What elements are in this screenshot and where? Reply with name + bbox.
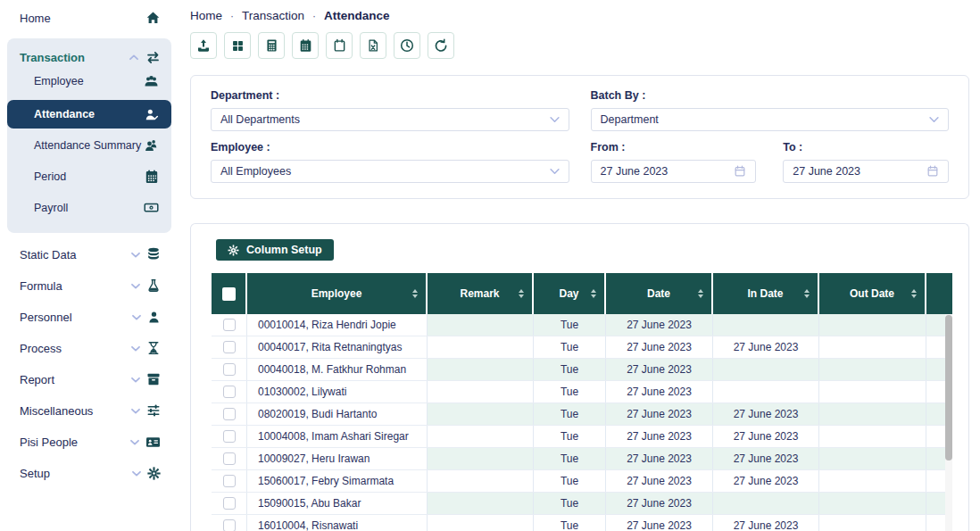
cell-out-date [819,336,926,358]
breadcrumb-home[interactable]: Home [190,9,222,22]
header-cell-out-date[interactable]: Out Date [819,273,926,314]
column-header-label: Date [647,287,670,300]
cell-in-date [713,381,819,402]
table-row: 08020019, Budi Hartanto Tue 27 June 2023… [212,403,945,426]
row-checkbox[interactable] [223,363,236,376]
row-checkbox[interactable] [223,519,236,531]
row-checkbox[interactable] [223,497,236,510]
cell-day: Tue [534,493,606,514]
sidebar-item-setup[interactable]: Setup [0,462,179,484]
row-checkbox[interactable] [223,430,236,443]
row-checkbox[interactable] [223,341,236,353]
sidebar-item-payroll[interactable]: Payroll [7,195,171,220]
header-cell-employee[interactable]: Employee [247,273,428,314]
header-cell-day[interactable]: Day [534,273,606,314]
sidebar-item-miscellaneous[interactable]: Miscellaneous [0,400,179,421]
date-range-group: From : 27 June 2023 To : 27 June 2023 [591,141,950,183]
sidebar-item-pisi-people[interactable]: Pisi People [0,431,179,452]
table-row: 16010004, Risnawati Tue 27 June 2023 27 … [212,515,945,531]
toolbar [190,32,969,59]
cell-day: Tue [534,314,606,336]
calculator-button[interactable] [258,32,285,59]
row-checkbox[interactable] [223,319,236,331]
export-excel-button[interactable] [360,32,386,59]
cell-partial [926,381,945,402]
sidebar-item-formula[interactable]: Formula [0,275,179,296]
cell-day: Tue [534,336,606,358]
upload-button[interactable] [190,32,217,59]
flask-icon [146,278,161,293]
table-row: 10004008, Imam Ashari Siregar Tue 27 Jun… [212,426,945,448]
select-all-checkbox[interactable] [222,287,236,301]
column-setup-label: Column Setup [246,244,322,256]
column-setup-button[interactable]: Column Setup [216,239,334,261]
breadcrumb-transaction[interactable]: Transaction [242,9,304,22]
row-checkbox[interactable] [223,452,236,465]
cell-out-date [819,515,926,531]
cell-partial [926,448,945,469]
cell-date: 27 June 2023 [606,359,713,380]
calendar-outline-button[interactable] [326,32,353,59]
to-date-input[interactable]: 27 June 2023 [783,160,949,183]
cell-checkbox [212,493,247,514]
sort-icon[interactable] [698,289,703,298]
column-header-label: In Date [747,287,783,300]
cell-remark [428,515,534,531]
gear-icon [147,467,161,480]
sidebar-item-attendance[interactable]: Attendance [7,100,171,129]
calendar-filled-button[interactable] [292,32,319,59]
department-select[interactable]: All Departments [211,108,569,131]
to-field-group: To : 27 June 2023 [783,141,949,183]
sidebar-item-period[interactable]: Period [7,164,171,188]
sidebar-item-home[interactable]: Home [0,7,179,29]
table-row: 01030002, Lilywati Tue 27 June 2023 [212,381,945,403]
column-header-label: Day [559,287,578,300]
row-checkbox[interactable] [223,386,236,398]
upload-icon [196,38,211,53]
breadcrumb-attendance: Attendance [324,9,390,22]
sidebar-item-label: Period [34,170,145,183]
row-checkbox[interactable] [223,475,236,487]
header-cell-in-date[interactable]: In Date [713,273,819,314]
undo-button[interactable] [428,32,454,59]
cell-date: 27 June 2023 [606,448,713,469]
grid-view-button[interactable] [224,32,251,59]
cell-in-date [713,359,819,380]
header-cell-remark[interactable]: Remark [428,273,534,314]
calendar-filled-icon [299,38,312,53]
header-cell-date[interactable]: Date [606,273,713,314]
employee-select[interactable]: All Employees [211,160,569,183]
cell-partial [926,359,945,380]
row-checkbox[interactable] [223,408,236,420]
cell-date: 27 June 2023 [606,336,713,358]
sort-icon[interactable] [911,289,917,298]
table-scrollbar[interactable] [945,314,952,531]
to-date-value: 27 June 2023 [793,165,860,178]
sort-icon[interactable] [804,289,810,298]
sidebar-item-label: Setup [20,467,132,480]
batch-by-select[interactable]: Department [591,108,950,131]
cell-in-date: 27 June 2023 [713,336,819,358]
sidebar-item-personnel[interactable]: Personnel [0,306,179,328]
cell-partial [926,336,945,358]
sidebar-item-process[interactable]: Process [0,337,179,359]
sidebar-item-employee[interactable]: Employee [7,69,171,93]
sort-icon[interactable] [519,289,524,298]
sidebar-item-report[interactable]: Report [0,369,179,390]
sidebar-item-label: Formula [20,279,131,293]
clock-button[interactable] [394,32,420,59]
employee-field-group: Employee : All Employees [211,141,569,183]
sidebar-item-attendance-summary[interactable]: Attendance Summary [7,133,171,157]
from-date-input[interactable]: 27 June 2023 [591,160,757,183]
table-scrollbar-thumb[interactable] [945,315,952,460]
table-row: 00010014, Riza Hendri Jopie Tue 27 June … [212,314,945,336]
sidebar-item-static-data[interactable]: Static Data [0,244,179,265]
sort-icon[interactable] [412,289,418,298]
sort-icon[interactable] [591,289,596,298]
sidebar-item-transaction[interactable]: Transaction [7,46,171,69]
cell-employee: 08020019, Budi Hartanto [247,403,428,425]
filter-panel: Department : All Departments Batch By : … [190,75,969,199]
column-header-label: Remark [460,287,499,300]
batch-by-select-value: Department [601,113,659,126]
cell-day: Tue [534,359,606,380]
